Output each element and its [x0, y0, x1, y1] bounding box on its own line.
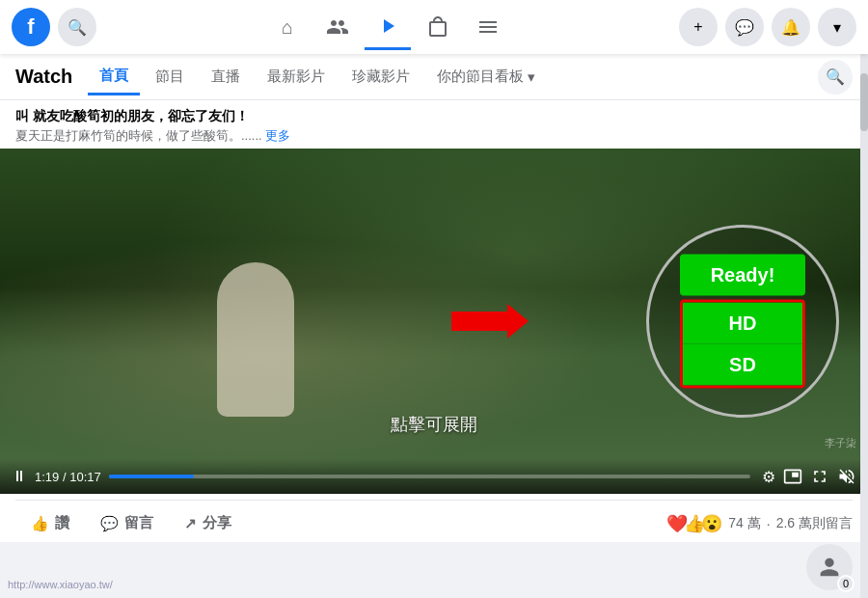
reactions-area: ❤️ 👍 😮 74 萬 · 2.6 萬則留言	[670, 513, 853, 534]
video-figure	[217, 262, 294, 417]
comments-count-label: ·	[767, 516, 771, 531]
share-button[interactable]: ↗ 分享	[169, 506, 247, 540]
pip-button[interactable]	[783, 467, 802, 486]
reactions-count: 74 萬	[728, 515, 760, 532]
video-controls: ⏸ 1:19 / 10:17 ⚙	[0, 459, 868, 494]
comment-button[interactable]: 💬 留言	[85, 506, 169, 540]
post-actions: 👍 讚 💬 留言 ↗ 分享 ❤️ 👍 😮 74 萬 · 2.6 萬則留言	[15, 504, 853, 542]
reaction-icons: ❤️ 👍 😮	[670, 513, 722, 534]
quality-ready-label: Ready!	[680, 255, 805, 296]
nav-right: + 💬 🔔 ▾	[679, 8, 856, 46]
profile-badge[interactable]: 0	[806, 544, 853, 590]
footer-divider	[15, 500, 853, 501]
video-watermark: 李子柒	[825, 436, 856, 450]
subnav-shows[interactable]: 節目	[144, 60, 196, 94]
sub-nav: Watch 首頁 節目 直播 最新影片 珍藏影片 你的節目看板 ▾ 🔍	[0, 54, 868, 100]
sub-nav-right: 🔍	[818, 60, 853, 95]
scrollbar[interactable]	[860, 54, 868, 598]
quality-hd-option[interactable]: HD	[683, 303, 802, 344]
top-nav: f 🔍 ⌂ + 💬 🔔 ▾	[0, 0, 868, 54]
like-button[interactable]: 👍 讚	[15, 506, 85, 540]
nav-menu-button[interactable]	[465, 4, 511, 50]
more-link[interactable]: 更多	[265, 128, 290, 143]
volume-button[interactable]	[837, 467, 856, 486]
arrow-annotation	[451, 312, 509, 331]
nav-marketplace-button[interactable]	[415, 4, 461, 50]
quality-sd-option[interactable]: SD	[683, 344, 802, 386]
settings-button[interactable]: ⚙	[762, 468, 775, 486]
search-button[interactable]: 🔍	[58, 8, 96, 46]
subnav-live[interactable]: 直播	[200, 60, 252, 94]
subnav-search-button[interactable]: 🔍	[818, 60, 853, 95]
quality-panel: Ready! HD SD	[680, 255, 805, 389]
facebook-logo[interactable]: f	[12, 8, 50, 46]
quality-circle-overlay: Ready! HD SD	[646, 225, 839, 418]
add-button[interactable]: +	[679, 8, 718, 46]
subnav-latest[interactable]: 最新影片	[256, 60, 337, 94]
profile-count: 0	[837, 575, 854, 592]
progress-fill	[109, 475, 194, 478]
account-dropdown-button[interactable]: ▾	[818, 8, 856, 46]
post-header: 叫 就友吃酸筍初的朋友，卻忘了友们！ 夏天正是打麻竹筍的時候，做了些酸筍。...…	[0, 100, 868, 149]
chevron-down-icon: ▾	[528, 68, 535, 86]
fullscreen-button[interactable]	[810, 467, 829, 486]
video-subtitle: 點擊可展開	[391, 413, 477, 436]
progress-bar[interactable]	[109, 475, 750, 478]
nav-center: ⌂	[264, 4, 511, 50]
quality-options: HD SD	[680, 300, 805, 389]
video-player[interactable]: 點擊可展開 Ready! HD SD 李子柒 ⏸ 1:19 / 10:17	[0, 149, 868, 494]
wow-reaction-icon: 😮	[701, 513, 722, 534]
time-display: 1:19 / 10:17	[35, 470, 101, 484]
comment-icon: 💬	[100, 515, 119, 532]
messenger-button[interactable]: 💬	[725, 8, 764, 46]
nav-watch-button[interactable]	[365, 4, 411, 50]
arrow-body	[451, 312, 509, 331]
scrollbar-thumb[interactable]	[860, 73, 868, 131]
watch-title: Watch	[15, 66, 72, 88]
notifications-button[interactable]: 🔔	[772, 8, 810, 46]
website-watermark: http://www.xiaoyao.tw/	[0, 579, 121, 590]
subnav-home[interactable]: 首頁	[88, 59, 140, 95]
subnav-watchlist[interactable]: 你的節目看板 ▾	[425, 60, 547, 94]
comments-count: 2.6 萬則留言	[776, 515, 853, 532]
play-pause-button[interactable]: ⏸	[12, 468, 27, 485]
like-icon: 👍	[31, 515, 49, 532]
subnav-saved[interactable]: 珍藏影片	[340, 60, 421, 94]
share-icon: ↗	[184, 515, 197, 532]
nav-home-button[interactable]: ⌂	[264, 4, 311, 50]
nav-left: f 🔍	[12, 8, 96, 46]
nav-friends-button[interactable]	[314, 4, 361, 50]
post-title: 叫 就友吃酸筍初的朋友，卻忘了友们！	[15, 108, 853, 125]
post-footer: 👍 讚 💬 留言 ↗ 分享 ❤️ 👍 😮 74 萬 · 2.6 萬則留言	[0, 494, 868, 542]
ctrl-right: ⚙	[762, 467, 856, 486]
post-subtitle: 夏天正是打麻竹筍的時候，做了些酸筍。...... 更多	[15, 127, 853, 145]
